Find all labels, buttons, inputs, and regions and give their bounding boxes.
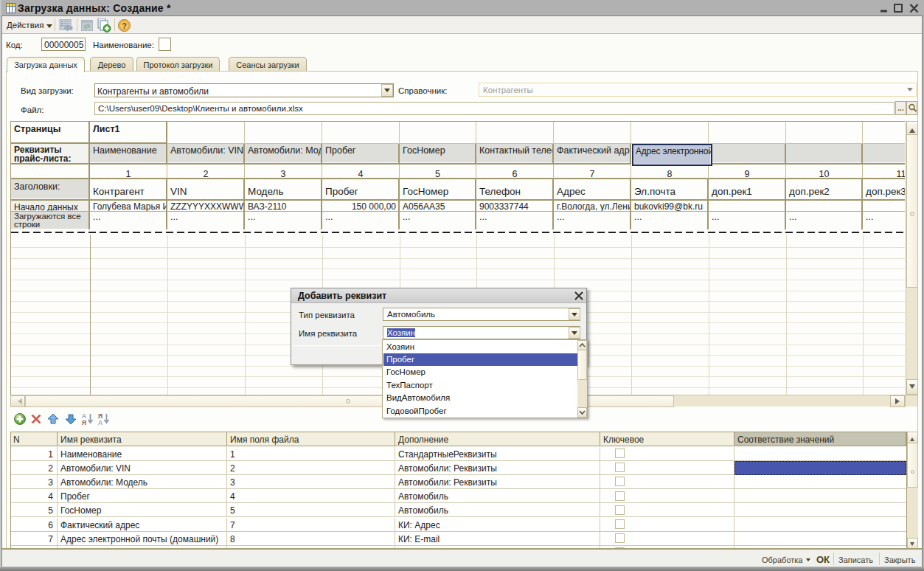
svg-text:Я: Я bbox=[82, 419, 86, 426]
svg-text:А: А bbox=[98, 419, 103, 426]
svg-text:?: ? bbox=[122, 21, 127, 30]
